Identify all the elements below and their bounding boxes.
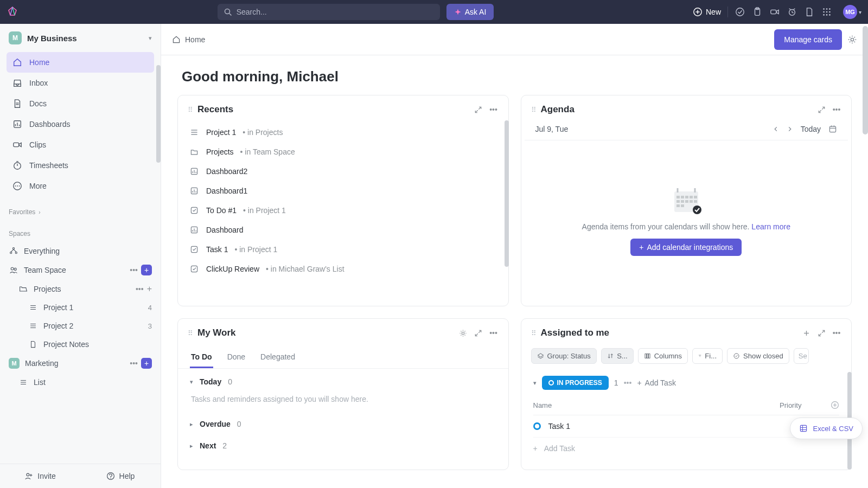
- svg-rect-95: [681, 204, 684, 207]
- filter-chip[interactable]: Fi...: [692, 348, 723, 364]
- more-icon[interactable]: •••: [624, 378, 632, 387]
- mini-search[interactable]: Se: [794, 348, 809, 364]
- more-icon[interactable]: •••: [489, 328, 499, 338]
- nav-timesheets[interactable]: Timesheets: [7, 155, 154, 176]
- add-calendar-button[interactable]: + Add calendar integrations: [630, 239, 742, 256]
- more-icon[interactable]: •••: [832, 105, 841, 114]
- scrollbar-thumb[interactable]: [505, 120, 509, 267]
- recent-item[interactable]: Dashboard2: [183, 162, 503, 181]
- drag-handle-icon[interactable]: ⠿: [188, 329, 192, 337]
- tree-marketing-space[interactable]: M Marketing ••• +: [2, 354, 158, 373]
- chevron-down-icon: ▾: [190, 378, 193, 386]
- expand-icon[interactable]: [474, 328, 483, 338]
- nav-more[interactable]: More: [7, 176, 154, 196]
- invite-button[interactable]: Invite: [0, 464, 80, 488]
- help-button[interactable]: Help: [80, 464, 161, 488]
- more-icon[interactable]: •••: [130, 359, 138, 368]
- calendar-icon[interactable]: [828, 125, 837, 133]
- app-logo[interactable]: [7, 6, 18, 18]
- columns-chip[interactable]: Columns: [638, 348, 688, 364]
- list-icon: [28, 303, 38, 312]
- recent-item[interactable]: Project 1 • in Projects: [183, 123, 503, 142]
- recent-item[interactable]: Dashboard1: [183, 181, 503, 201]
- today-button[interactable]: Today: [801, 125, 821, 133]
- excel-csv-button[interactable]: Excel & CSV: [790, 418, 863, 439]
- check-circle-icon[interactable]: [735, 7, 745, 17]
- tree-list[interactable]: List: [2, 373, 158, 391]
- new-button[interactable]: New: [693, 7, 721, 17]
- recent-item[interactable]: To Do #1 • in Project 1: [183, 201, 503, 220]
- nav-clips[interactable]: Clips: [7, 134, 154, 155]
- favorites-header[interactable]: Favorites ›: [0, 198, 161, 220]
- tree-projects-folder[interactable]: Projects ••• +: [2, 280, 158, 298]
- alarm-icon[interactable]: [787, 7, 797, 17]
- avatar[interactable]: MG: [843, 5, 857, 19]
- section-overdue[interactable]: ▸ Overdue 0: [190, 420, 496, 428]
- add-button[interactable]: +: [141, 265, 152, 275]
- svg-point-103: [734, 354, 739, 358]
- nav-docs[interactable]: Docs: [7, 93, 154, 114]
- col-name[interactable]: Name: [533, 401, 780, 409]
- chevron-down-icon[interactable]: ▾: [859, 9, 861, 15]
- tree-team-space[interactable]: Team Space ••• +: [2, 260, 158, 280]
- breadcrumb[interactable]: Home: [172, 35, 205, 44]
- ask-ai-button[interactable]: Ask AI: [446, 4, 494, 20]
- add-task-row[interactable]: + Add Task: [533, 438, 840, 459]
- expand-icon[interactable]: [816, 105, 826, 114]
- settings-button[interactable]: [847, 35, 857, 44]
- show-closed-chip[interactable]: Show closed: [727, 348, 789, 364]
- nav-inbox[interactable]: Inbox: [7, 73, 154, 93]
- expand-icon[interactable]: [474, 105, 483, 114]
- nav-dashboards[interactable]: Dashboards: [7, 114, 154, 134]
- search-input[interactable]: Search...: [218, 4, 440, 20]
- prev-day-button[interactable]: [773, 126, 779, 132]
- add-icon[interactable]: +: [147, 284, 152, 294]
- gear-icon[interactable]: [458, 328, 468, 338]
- status-dot-icon[interactable]: [533, 422, 541, 430]
- drag-handle-icon[interactable]: ⠿: [531, 329, 535, 337]
- more-icon[interactable]: •••: [130, 266, 138, 274]
- plus-icon[interactable]: [801, 328, 811, 338]
- tab-todo[interactable]: To Do: [190, 347, 213, 368]
- more-icon[interactable]: •••: [136, 285, 144, 293]
- more-icon[interactable]: •••: [832, 328, 841, 338]
- expand-icon[interactable]: [816, 328, 826, 338]
- nav-home[interactable]: Home: [7, 52, 154, 73]
- more-icon[interactable]: •••: [489, 105, 499, 114]
- chevron-down-icon[interactable]: ▾: [533, 380, 537, 387]
- scrollbar-thumb[interactable]: [156, 65, 161, 163]
- drag-handle-icon[interactable]: ⠿: [531, 106, 535, 114]
- tree-everything[interactable]: Everything: [2, 242, 158, 260]
- workspace-switcher[interactable]: M My Business ▾: [0, 24, 161, 50]
- tree-project-2[interactable]: Project 2 3: [2, 317, 158, 335]
- workspace-name: My Business: [27, 34, 143, 43]
- recent-item[interactable]: Task 1 • in Project 1: [183, 240, 503, 259]
- section-next[interactable]: ▸ Next 2: [190, 441, 496, 450]
- tree-project-notes[interactable]: Project Notes: [2, 335, 158, 354]
- recent-item[interactable]: Projects • in Team Space: [183, 142, 503, 162]
- next-day-button[interactable]: [787, 126, 793, 132]
- layers-icon: [537, 352, 544, 359]
- grid-icon[interactable]: [821, 7, 832, 17]
- recent-item[interactable]: ClickUp Review • in Michael Graw's List: [183, 259, 503, 279]
- status-dot-icon: [548, 380, 554, 386]
- sort-chip[interactable]: S...: [601, 348, 634, 364]
- learn-more-link[interactable]: Learn more: [751, 222, 790, 231]
- recent-item[interactable]: Dashboard: [183, 220, 503, 240]
- manage-cards-button[interactable]: Manage cards: [774, 29, 842, 50]
- clipboard-icon[interactable]: [752, 7, 763, 17]
- scrollbar-thumb[interactable]: [863, 26, 868, 134]
- add-column-button[interactable]: [823, 401, 839, 409]
- add-task-button[interactable]: + Add Task: [637, 378, 676, 387]
- status-pill[interactable]: IN PROGRESS: [542, 376, 609, 390]
- tab-done[interactable]: Done: [226, 347, 246, 368]
- doc-icon[interactable]: [804, 7, 815, 17]
- video-icon[interactable]: [769, 7, 780, 17]
- section-today[interactable]: ▾ Today 0: [190, 377, 496, 386]
- add-button[interactable]: +: [141, 358, 152, 369]
- group-chip[interactable]: Group: Status: [531, 348, 597, 364]
- col-priority[interactable]: Priority: [780, 401, 823, 409]
- drag-handle-icon[interactable]: ⠿: [188, 106, 192, 114]
- tab-delegated[interactable]: Delegated: [259, 347, 296, 368]
- tree-project-1[interactable]: Project 1 4: [2, 298, 158, 317]
